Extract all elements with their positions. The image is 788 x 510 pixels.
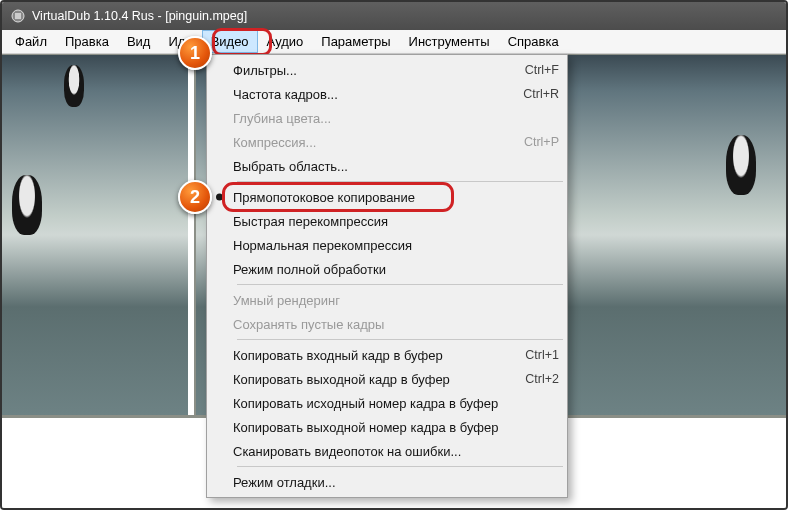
menu-view[interactable]: Вид [118, 30, 160, 53]
titlebar: VirtualDub 1.10.4 Rus - [pinguin.mpeg] [2, 2, 786, 30]
menu-item-normal-recompress[interactable]: Нормальная перекомпрессия [209, 233, 565, 257]
menu-file[interactable]: Файл [6, 30, 56, 53]
menu-tools[interactable]: Инструменты [400, 30, 499, 53]
menu-help[interactable]: Справка [499, 30, 568, 53]
menu-item-copy-input-frame[interactable]: Копировать входный кадр в буферCtrl+1 [209, 343, 565, 367]
menu-separator [237, 181, 563, 182]
menu-item-framerate[interactable]: Частота кадров...Ctrl+R [209, 82, 565, 106]
menu-separator [237, 466, 563, 467]
window-title: VirtualDub 1.10.4 Rus - [pinguin.mpeg] [32, 9, 247, 23]
annotation-badge-1: 1 [178, 36, 212, 70]
menu-item-debug-mode[interactable]: Режим отладки... [209, 470, 565, 494]
menu-separator [237, 339, 563, 340]
menu-item-filters[interactable]: Фильтры...Ctrl+F [209, 58, 565, 82]
annotation-badge-2: 2 [178, 180, 212, 214]
menu-audio[interactable]: Аудио [258, 30, 313, 53]
menu-item-preserve-empty: Сохранять пустые кадры [209, 312, 565, 336]
video-menu-dropdown: Фильтры...Ctrl+F Частота кадров...Ctrl+R… [206, 54, 568, 498]
app-icon [10, 8, 26, 24]
menu-item-copy-input-frame-no[interactable]: Копировать исходный номер кадра в буфер [209, 391, 565, 415]
menu-item-smart-rendering: Умный рендеринг [209, 288, 565, 312]
menu-item-fast-recompress[interactable]: Быстрая перекомпрессия [209, 209, 565, 233]
menubar: Файл Правка Вид Иди Видео Аудио Параметр… [2, 30, 786, 54]
radio-bullet-icon [216, 194, 223, 201]
menu-item-scan-errors[interactable]: Сканировать видеопоток на ошибки... [209, 439, 565, 463]
menu-item-direct-stream-copy[interactable]: Прямопотоковое копирование [209, 185, 565, 209]
menu-item-compression: Компрессия...Ctrl+P [209, 130, 565, 154]
menu-item-copy-output-frame-no[interactable]: Копировать выходной номер кадра в буфер [209, 415, 565, 439]
menu-edit[interactable]: Правка [56, 30, 118, 53]
menu-params[interactable]: Параметры [312, 30, 399, 53]
menu-item-color-depth: Глубина цвета... [209, 106, 565, 130]
video-preview-input [2, 55, 194, 415]
svg-rect-1 [15, 13, 21, 19]
menu-separator [237, 284, 563, 285]
menu-item-copy-output-frame[interactable]: Копировать выходной кадр в буферCtrl+2 [209, 367, 565, 391]
menu-item-select-range[interactable]: Выбрать область... [209, 154, 565, 178]
menu-item-full-processing[interactable]: Режим полной обработки [209, 257, 565, 281]
